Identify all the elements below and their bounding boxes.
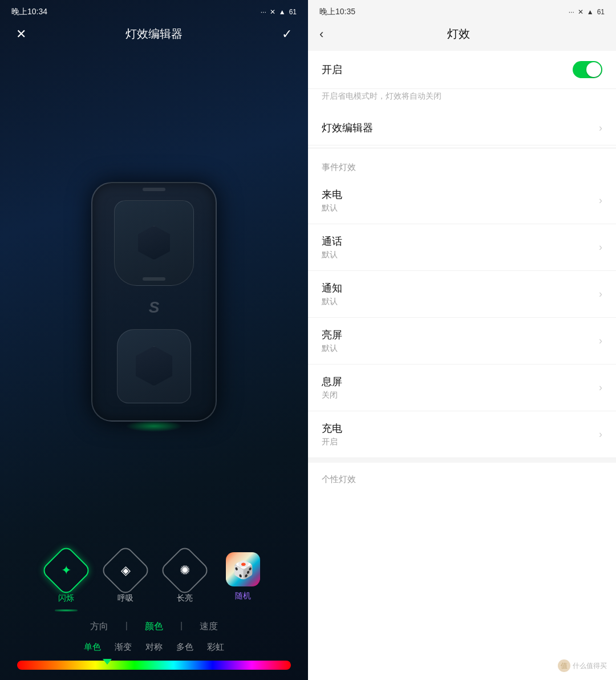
call-sub: 默认 (322, 250, 342, 260)
toggle-knob (586, 62, 601, 77)
close-button[interactable]: ✕ (16, 27, 26, 42)
screen-on-row[interactable]: 亮屏 默认 › (308, 318, 616, 365)
watermark: 值 什么值得买 (558, 659, 607, 672)
notify-row[interactable]: 通知 默认 › (308, 271, 616, 318)
hint-text: 开启省电模式时，灯效将自动关闭 (308, 89, 616, 111)
settings-content[interactable]: 开启 开启省电模式时，灯效将自动关闭 灯效编辑器 › 事件灯效 来电 默认 › (308, 51, 616, 680)
phone-bottom-section (117, 329, 191, 403)
back-button[interactable]: ‹ (319, 27, 323, 42)
custom-section-header: 个性灯效 (308, 463, 616, 489)
watermark-icon: 值 (558, 659, 570, 672)
color-tab-single[interactable]: 单色 (84, 642, 101, 653)
effect-breathe[interactable]: ◈ 呼吸 (107, 552, 144, 612)
screen-off-row[interactable]: 息屏 关闭 › (308, 365, 616, 411)
top-hex-shape (134, 226, 174, 260)
call-chevron: › (599, 241, 602, 253)
enable-row[interactable]: 开启 (308, 51, 616, 89)
effect-steady[interactable]: ✺ 长亮 (167, 552, 203, 612)
steady-icon: ✺ (180, 563, 190, 578)
left-status-bar: 晚上10:34 ··· ✕ ▲ 61 (0, 0, 308, 22)
right-title: 灯效 (335, 26, 582, 42)
steady-icon-box: ✺ (159, 545, 211, 597)
left-panel: 晚上10:34 ··· ✕ ▲ 61 ✕ 灯效编辑器 ✓ S (0, 0, 308, 680)
phone-notch-top (143, 277, 165, 281)
right-status-icons: ··· ✕ ▲ 61 (569, 8, 605, 16)
phone-wrapper: S (91, 182, 217, 422)
charging-sub: 开启 (322, 437, 342, 447)
color-slider[interactable] (17, 661, 291, 674)
color-sub-tabs: 单色 渐变 对称 多色 彩虹 (11, 642, 297, 653)
enable-toggle[interactable] (573, 61, 602, 78)
charging-title: 充电 (322, 422, 342, 435)
editor-chevron: › (599, 122, 602, 134)
effect-icons-row: ✦ 闪烁 ◈ 呼吸 ✺ 长亮 🎲 随机 (11, 552, 297, 612)
tab-direction[interactable]: 方向 (90, 621, 108, 633)
notify-chevron: › (599, 288, 602, 300)
screen-off-title: 息屏 (322, 375, 342, 388)
watermark-text: 什么值得买 (573, 661, 607, 671)
color-tab-symmetric[interactable]: 对称 (145, 642, 163, 653)
enable-title: 开启 (322, 63, 342, 76)
flash-icon: ✦ (61, 563, 71, 578)
color-tab-multi[interactable]: 多色 (176, 642, 193, 653)
phone-top-section (114, 200, 194, 286)
phone-body: S (91, 182, 217, 422)
call-title: 通话 (322, 234, 342, 248)
tab-color[interactable]: 颜色 (145, 621, 163, 633)
breathe-icon: ◈ (121, 563, 131, 578)
left-time: 晚上10:34 (11, 7, 47, 17)
notify-sub: 默认 (322, 297, 342, 307)
left-title: 灯效编辑器 (125, 26, 183, 42)
notify-title: 通知 (322, 281, 342, 295)
left-header: ✕ 灯效编辑器 ✓ (0, 22, 308, 51)
incoming-title: 来电 (322, 188, 342, 201)
screen-on-chevron: › (599, 335, 602, 347)
bottom-hex-shape (131, 346, 177, 386)
section-divider-2 (308, 458, 616, 463)
editor-row[interactable]: 灯效编辑器 › (308, 111, 616, 145)
phone-logo: S (149, 298, 160, 317)
effect-random[interactable]: 🎲 随机 (226, 552, 260, 612)
charging-row[interactable]: 充电 开启 › (308, 411, 616, 458)
right-header: ‹ 灯效 (308, 22, 616, 51)
phone-illustration: S (0, 51, 308, 552)
flash-label: 闪烁 (58, 593, 74, 604)
screen-on-sub: 默认 (322, 343, 342, 354)
screen-off-sub: 关闭 (322, 390, 342, 400)
color-tab-gradient[interactable]: 渐变 (115, 642, 132, 653)
screen-on-title: 亮屏 (322, 328, 342, 342)
effect-flash[interactable]: ✦ 闪烁 (48, 552, 84, 612)
incoming-chevron: › (599, 195, 602, 207)
right-status-bar: 晚上10:35 ··· ✕ ▲ 61 (308, 0, 616, 22)
screen-off-chevron: › (599, 382, 602, 394)
flash-indicator (55, 609, 78, 612)
bottom-controls: ✦ 闪烁 ◈ 呼吸 ✺ 长亮 🎲 随机 (0, 552, 308, 680)
flash-icon-box: ✦ (40, 545, 92, 597)
incoming-sub: 默认 (322, 203, 342, 213)
incoming-row[interactable]: 来电 默认 › (308, 177, 616, 224)
breathe-label: 呼吸 (117, 593, 133, 604)
section-divider-1 (308, 148, 616, 148)
call-row[interactable]: 通话 默认 › (308, 224, 616, 271)
left-status-icons: ··· ✕ ▲ 61 (261, 8, 297, 16)
random-cube-icon: 🎲 (226, 552, 260, 586)
slider-indicator (103, 659, 112, 665)
right-panel: 晚上10:35 ··· ✕ ▲ 61 ‹ 灯效 开启 开启省电模式时，灯效将自动… (308, 0, 616, 680)
right-time: 晚上10:35 (319, 7, 355, 17)
color-gradient-bar (17, 661, 291, 670)
confirm-button[interactable]: ✓ (282, 27, 292, 42)
breathe-icon-box: ◈ (100, 545, 152, 597)
tab-speed[interactable]: 速度 (200, 621, 218, 633)
phone-glow (125, 420, 183, 432)
steady-label: 长亮 (177, 593, 193, 604)
color-tab-rainbow[interactable]: 彩虹 (207, 642, 224, 653)
main-tabs-row: 方向 | 颜色 | 速度 (11, 621, 297, 633)
charging-chevron: › (599, 428, 602, 440)
random-label: 随机 (235, 591, 251, 601)
editor-title: 灯效编辑器 (322, 121, 373, 135)
phone-notch-bottom (143, 188, 165, 191)
event-section-header: 事件灯效 (308, 151, 616, 177)
